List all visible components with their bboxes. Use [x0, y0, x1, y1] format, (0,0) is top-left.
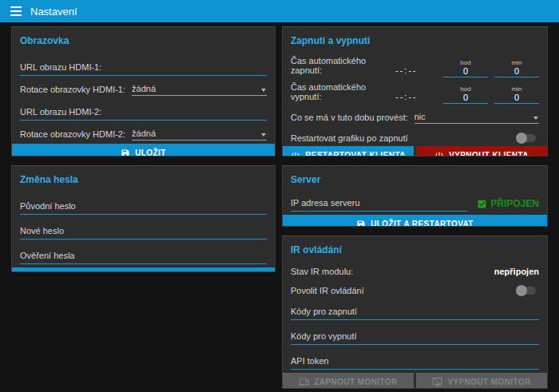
server-save-restart-label: ULOŽIT A RESTARTOVAT	[371, 220, 474, 227]
ir-codes-on-field	[291, 303, 539, 320]
auto-on-label: Čas automatického zapnutí:	[291, 56, 395, 77]
shutdown-client-button[interactable]: VYPNOUT KLIENTA	[416, 146, 547, 156]
server-save-restart-button[interactable]: ULOŽIT A RESTARTOVAT	[283, 215, 547, 227]
auto-on-minutes-box: min	[494, 59, 539, 77]
server-ip-field	[291, 195, 467, 212]
auto-off-hours-box: hod	[443, 85, 488, 104]
screen-card: Obrazovka Rotace obrazovky HDMI-1: žádná…	[11, 26, 276, 156]
old-password-input[interactable]	[20, 201, 267, 211]
server-ip-row: PŘIPOJEN	[291, 195, 539, 212]
screen-card-title: Obrazovka	[20, 35, 267, 46]
url-hdmi2-input[interactable]	[20, 107, 267, 117]
minutes-unit-label: min	[494, 85, 539, 93]
verify-password-input[interactable]	[20, 251, 267, 260]
power-card: Zapnutí a vypnutí Čas automatického zapn…	[282, 26, 548, 156]
auto-on-time-display: --:--	[395, 65, 437, 77]
password-card-title: Změna hesla	[20, 174, 267, 185]
password-card: Změna hesla ULOŽIT	[11, 165, 276, 272]
auto-on-minutes-input[interactable]	[494, 66, 539, 76]
api-token-input[interactable]	[291, 356, 539, 366]
action-label: Co se má v tuto dobu provést:	[291, 113, 414, 124]
chevron-down-icon	[261, 89, 266, 92]
ir-codes-on-input[interactable]	[291, 307, 539, 316]
auto-on-hours-input[interactable]	[443, 66, 488, 76]
new-password-field	[20, 223, 267, 240]
rotation-hdmi2-row: Rotace obrazovky HDMI-2: žádná	[20, 129, 267, 141]
restart-client-button[interactable]: RESTARTOVAT KLIENTA	[283, 146, 414, 156]
app-header: Nastavení	[0, 0, 559, 22]
monitor-off-button[interactable]: VYPNOUT MONITOR	[416, 373, 547, 389]
minutes-unit-label: min	[494, 59, 539, 66]
url-hdmi1-input[interactable]	[20, 62, 267, 72]
ir-status-value: nepřipojen	[494, 267, 539, 276]
ir-status-row: Stav IR modulu: nepřipojen	[291, 267, 539, 276]
monitor-off-label: VYPNOUT MONITOR	[447, 378, 530, 386]
restart-graphics-row: Restartovat grafiku po zapnutí	[291, 133, 539, 143]
monitor-disabled-icon	[432, 377, 442, 387]
action-row: Co se má v tuto dobu provést: nic	[291, 112, 539, 124]
chevron-down-icon	[533, 117, 538, 120]
chevron-down-icon	[261, 133, 266, 137]
rotation-hdmi1-label: Rotace obrazovky HDMI-1:	[20, 85, 132, 96]
api-token-field	[291, 353, 539, 370]
right-column: Zapnutí a vypnutí Čas automatického zapn…	[282, 26, 548, 389]
save-icon	[121, 148, 130, 157]
auto-off-label: Čas automatického vypnutí:	[291, 82, 395, 104]
action-value: nic	[414, 112, 426, 121]
hours-unit-label: hod	[443, 59, 488, 66]
save-icon	[356, 220, 366, 228]
ir-enable-row: Povolit IR ovládání	[291, 286, 539, 295]
settings-page: Obrazovka Rotace obrazovky HDMI-1: žádná…	[0, 22, 559, 392]
rotation-hdmi2-select[interactable]: žádná	[132, 129, 267, 141]
ir-enable-toggle[interactable]	[517, 287, 536, 295]
page-title: Nastavení	[30, 6, 77, 18]
hours-unit-label: hod	[443, 85, 488, 93]
old-password-field	[20, 198, 267, 215]
monitor-on-label: ZAPNOUT MONITOR	[314, 378, 397, 386]
auto-off-row: Čas automatického vypnutí: --:-- hod min	[291, 82, 539, 104]
screen-save-label: ULOŽIT	[135, 148, 166, 156]
toggle-knob	[516, 285, 527, 296]
power-card-title: Zapnutí a vypnutí	[291, 35, 539, 46]
auto-on-row: Čas automatického zapnutí: --:-- hod min	[291, 56, 539, 77]
restart-graphics-label: Restartovat grafiku po zapnutí	[291, 133, 408, 143]
shutdown-client-label: VYPNOUT KLIENTA	[449, 151, 529, 156]
verify-password-field	[20, 247, 267, 264]
ir-status-label: Stav IR modulu:	[291, 267, 353, 276]
server-ip-input[interactable]	[291, 198, 467, 208]
ir-card-title: IR ovládání	[291, 244, 539, 255]
url-hdmi1-field	[20, 59, 267, 76]
auto-off-hours-input[interactable]	[443, 93, 488, 102]
menu-icon[interactable]	[10, 6, 22, 16]
ir-enable-label: Povolit IR ovládání	[291, 286, 364, 295]
connection-status-badge: PŘIPOJEN	[477, 198, 539, 212]
restart-graphics-toggle[interactable]	[517, 134, 536, 142]
auto-on-hours-box: hod	[443, 59, 488, 77]
left-column: Obrazovka Rotace obrazovky HDMI-1: žádná…	[11, 26, 276, 272]
auto-off-minutes-input[interactable]	[494, 93, 539, 102]
toggle-knob	[516, 133, 527, 144]
restart-client-label: RESTARTOVAT KLIENTA	[305, 151, 406, 156]
auto-off-time-display: --:--	[395, 92, 437, 104]
rotation-hdmi1-row: Rotace obrazovky HDMI-1: žádná	[20, 84, 267, 96]
screen-save-button[interactable]: ULOŽIT	[12, 144, 275, 156]
rotation-hdmi1-select[interactable]: žádná	[132, 84, 267, 96]
connection-status-label: PŘIPOJEN	[490, 198, 539, 209]
url-hdmi2-field	[20, 104, 267, 121]
ir-card: IR ovládání Stav IR modulu: nepřipojen P…	[282, 236, 548, 389]
monitor-on-button[interactable]: ZAPNOUT MONITOR	[283, 373, 414, 389]
power-icon	[291, 151, 300, 157]
ir-codes-off-field	[291, 328, 539, 345]
save-icon	[121, 272, 130, 273]
action-select[interactable]: nic	[414, 112, 539, 124]
rotation-hdmi2-label: Rotace obrazovky HDMI-2:	[20, 129, 132, 141]
password-save-button[interactable]: ULOŽIT	[12, 267, 275, 272]
server-card: Server PŘIPOJEN ULOŽIT A RESTARTOVAT	[282, 165, 548, 227]
power-icon	[434, 151, 444, 157]
rotation-hdmi2-value: žádná	[132, 129, 156, 138]
server-card-title: Server	[291, 174, 539, 185]
ir-codes-off-input[interactable]	[291, 331, 539, 341]
checkbox-checked-icon	[477, 199, 487, 209]
devices-icon	[299, 377, 309, 387]
new-password-input[interactable]	[20, 226, 267, 236]
